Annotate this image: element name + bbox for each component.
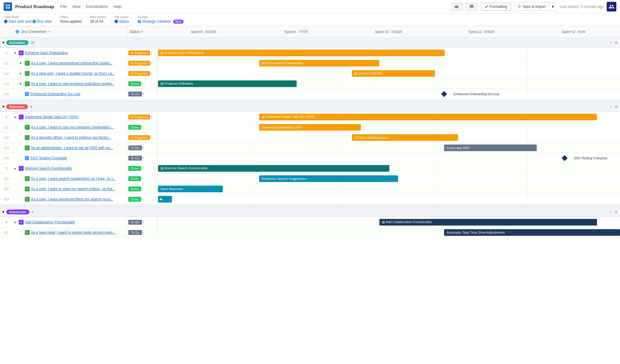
gantt-2-1: Company Credentials SSO: [157, 122, 620, 132]
row-text-1[interactable]: Enhance User Onboarding: [25, 51, 126, 55]
row-expand-1-3[interactable]: [20, 81, 25, 86]
filters-value[interactable]: None applied: [60, 19, 82, 24]
user-avatar[interactable]: [607, 2, 616, 11]
group-hide-activation[interactable]: ⊘: [614, 40, 618, 45]
row-text-2-3[interactable]: As an administrator, I want to set up SS…: [31, 146, 126, 150]
cell-left-1-3: S As a user, I want to see progress indi…: [13, 79, 127, 89]
status-pill-1-1[interactable]: In Progress: [128, 61, 150, 66]
row-expand-1[interactable]: [14, 50, 19, 55]
status-pill-1-3[interactable]: Done: [128, 81, 141, 86]
group-add-activation[interactable]: +: [609, 40, 612, 45]
status-pill-3-1[interactable]: Done: [128, 176, 141, 181]
row-num-2-3: 2.3: [0, 146, 13, 150]
row-text-4[interactable]: Add Collaboration Functionality: [25, 220, 126, 224]
status-caret-1-2[interactable]: ▾: [151, 72, 152, 75]
bar-4: ▤ Add Collaboration Functionality: [379, 219, 597, 226]
cell-status-3-1: Done ▾: [127, 174, 157, 184]
row-text-1-2[interactable]: As a new user, I want a guided tutorial,…: [31, 71, 126, 76]
status-col-caret: ▾: [142, 30, 143, 33]
row-text-2-2[interactable]: As a security officer, I want to enforce…: [31, 135, 126, 140]
status-caret-2[interactable]: ▾: [151, 115, 152, 119]
status-pill-2-3[interactable]: To Do: [128, 145, 142, 150]
status-pill-2-4[interactable]: To Do: [128, 156, 142, 161]
header-col-status[interactable]: Status ▾: [127, 26, 157, 37]
row-num-1-1: 1.1: [0, 61, 13, 65]
status-caret-1-4[interactable]: ▾: [143, 92, 144, 96]
row-text-4-1[interactable]: As a team lead, I want to assign tasks a…: [31, 230, 126, 235]
row-expand-1-2[interactable]: [20, 71, 25, 76]
status-pill-3-2[interactable]: Done: [128, 187, 141, 191]
menu-help[interactable]: Help: [113, 4, 121, 9]
status-pill-2-1[interactable]: Done: [128, 125, 141, 130]
status-pill-2[interactable]: In Progress: [128, 115, 150, 119]
row-text-1-1[interactable]: As a user, I want personalized onboardin…: [31, 61, 126, 65]
status-pill-4-1[interactable]: To Do: [128, 230, 142, 235]
checkbox-2-4[interactable]: [25, 156, 29, 160]
status-caret-3-2[interactable]: ▾: [142, 187, 143, 190]
groups-value[interactable]: Strategic Initiative New: [138, 19, 183, 24]
status-caret-4[interactable]: ▾: [143, 220, 144, 224]
status-pill-4[interactable]: To Do: [128, 220, 142, 225]
status-caret-1-1[interactable]: ▾: [151, 61, 152, 65]
row-text-2[interactable]: Implement Single Sign-On (SSO): [25, 115, 126, 119]
status-pill-2-2[interactable]: In Progress: [128, 135, 150, 140]
status-caret-2-1[interactable]: ▾: [142, 125, 143, 129]
status-caret-3-3[interactable]: ▾: [142, 197, 143, 201]
group-add-expansion[interactable]: +: [609, 210, 612, 214]
row-text-1-3[interactable]: As a user, I want to see progress indica…: [31, 82, 126, 86]
group-caret-retention[interactable]: ▾: [2, 104, 5, 109]
checkbox-1-4[interactable]: [25, 92, 29, 96]
row-num-2-4: 2.4: [0, 156, 13, 160]
comment-button[interactable]: [466, 3, 478, 11]
status-caret-1-3[interactable]: ▾: [142, 82, 143, 85]
date-fields-text: Start date: [8, 19, 24, 24]
row-text-3[interactable]: Improve Search Functionality: [25, 166, 126, 171]
row-expand-1-1[interactable]: [20, 61, 25, 65]
bar-colors-value[interactable]: Status: [115, 19, 129, 24]
status-pill-3-3[interactable]: Done: [128, 197, 141, 202]
bar-colors-diamond: [114, 19, 118, 24]
row-text-1-4[interactable]: Enhanced Onboarding Go-Live: [30, 92, 126, 96]
gantt-3-2: Save Searches: [157, 184, 620, 194]
status-caret-2-2[interactable]: ▾: [151, 136, 152, 139]
row-expand-2[interactable]: [14, 115, 19, 119]
status-caret-2-3[interactable]: ▾: [143, 146, 144, 149]
group-hide-expansion[interactable]: ⊘: [614, 210, 618, 214]
group-add-retention[interactable]: +: [609, 104, 612, 109]
status-caret-1[interactable]: ▾: [151, 51, 152, 54]
bars-plotted-value[interactable]: 16 of 34: [90, 19, 106, 24]
menu-file[interactable]: File: [60, 4, 67, 9]
status-caret-4-1[interactable]: ▾: [143, 231, 144, 234]
cell-status-2-2: In Progress ▾: [127, 132, 157, 142]
sync-import-button[interactable]: Sync & Import: [514, 3, 549, 10]
row-text-3-3[interactable]: As a user, I want advanced filters for s…: [31, 197, 126, 201]
formatting-button[interactable]: Formatting: [481, 3, 511, 11]
status-pill-1-4[interactable]: To Do: [128, 92, 142, 96]
app-title: Product Roadmap: [15, 4, 54, 9]
cloud-button[interactable]: [450, 3, 463, 11]
status-pill-3[interactable]: Done: [128, 166, 141, 171]
row-expand-3[interactable]: [14, 166, 19, 171]
cell-left-3-1: S As a user, I want search suggestions a…: [13, 174, 127, 184]
row-text-2-4[interactable]: SSO Testing Complete: [30, 156, 126, 160]
menu-connections[interactable]: Connections: [86, 4, 108, 9]
row-text-3-2[interactable]: As a user, I want to save my search crit…: [31, 187, 126, 191]
svg-rect-2: [6, 7, 7, 8]
status-pill-1[interactable]: In Progress: [128, 50, 150, 55]
gantt-3: ▤ Improve Search Functionality: [157, 163, 620, 173]
status-pill-1-2[interactable]: In Progress: [128, 71, 150, 76]
status-caret-3-1[interactable]: ▾: [142, 177, 143, 180]
date-fields-value[interactable]: Start date and Due date: [4, 19, 52, 24]
row-text-3-1[interactable]: As a user, I want search suggestions as …: [31, 177, 126, 181]
row-expand-4[interactable]: [14, 220, 19, 224]
status-caret-3[interactable]: ▾: [142, 167, 143, 170]
sync-import-caret[interactable]: ▾: [549, 2, 556, 11]
group-hide-retention[interactable]: ⊘: [614, 104, 618, 109]
header-col-jira[interactable]: Jira Connection ▾: [13, 26, 127, 37]
group-caret-activation[interactable]: ▾: [2, 40, 5, 45]
menu-view[interactable]: View: [72, 4, 81, 9]
grid: ▾ Activation 20 + ⊘ 1 E Enhance User Onb…: [0, 37, 620, 364]
group-caret-expansion[interactable]: ▾: [2, 210, 5, 214]
row-text-2-1[interactable]: As a user, I want to use my company cred…: [31, 125, 126, 129]
status-caret-2-4[interactable]: ▾: [143, 156, 144, 160]
